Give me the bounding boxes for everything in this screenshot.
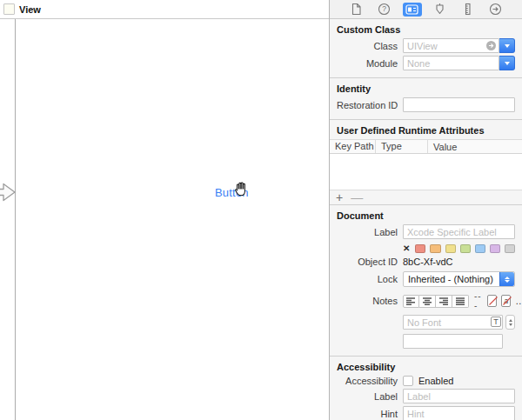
class-input[interactable] [403, 38, 499, 53]
xcode-interface-builder: View Button ? [0, 0, 522, 420]
storyboard-canvas[interactable]: View Button [0, 0, 329, 420]
object-id-value: 8bC-Xf-vdC [403, 257, 452, 267]
color-swatch[interactable] [475, 244, 485, 253]
document-header: Document [337, 210, 515, 221]
notes-text-input[interactable] [403, 334, 503, 349]
accessibility-hint-input[interactable] [403, 406, 515, 420]
runtime-attributes-table-header: Key Path Type Value [330, 139, 522, 154]
notes-label: Notes [337, 296, 398, 306]
identity-inspector-icon[interactable] [403, 3, 422, 17]
jump-to-class-icon[interactable] [486, 41, 496, 50]
accessibility-label-label: Label [337, 391, 398, 402]
identity-inspector-panel: ? Custom Class Class [329, 0, 522, 420]
custom-class-header: Custom Class [337, 24, 515, 35]
accessibility-enabled-checkbox[interactable] [403, 376, 413, 386]
view-title[interactable]: View [19, 4, 41, 15]
lock-popup-value: Inherited - (Nothing) [408, 274, 493, 284]
lock-label: Lock [337, 274, 398, 284]
align-justify-icon[interactable] [452, 295, 469, 308]
align-center-icon[interactable] [419, 295, 436, 308]
remove-attribute-button[interactable]: — [351, 191, 363, 203]
inspector-tab-bar: ? [330, 0, 522, 19]
class-label: Class [337, 41, 398, 51]
dashed-line-button[interactable]: --- [474, 291, 483, 310]
view-icon [3, 3, 15, 15]
font-size-stepper[interactable] [505, 315, 515, 330]
accessibility-label: Accessibility [337, 376, 398, 386]
color-swatch[interactable] [505, 244, 515, 253]
chevron-down-icon [505, 44, 510, 48]
document-label-input[interactable] [403, 224, 515, 239]
module-input[interactable] [403, 56, 499, 70]
open-hand-cursor-icon [231, 180, 250, 201]
runtime-attributes-section: User Defined Runtime Attributes Key Path… [330, 120, 522, 205]
restoration-id-label: Restoration ID [337, 100, 398, 110]
help-icon[interactable]: ? [375, 3, 394, 17]
label-color-swatches: ✕ [403, 243, 515, 253]
notes-alignment-segment [403, 295, 469, 308]
module-dropdown-button[interactable] [499, 56, 515, 70]
runtime-attributes-actions: + — [330, 190, 522, 204]
custom-class-section: Custom Class Class Module [330, 19, 522, 78]
accessibility-hint-label: Hint [337, 409, 398, 419]
size-inspector-icon[interactable] [458, 3, 478, 17]
identity-section: Identity Restoration ID [330, 78, 522, 120]
accessibility-header: Accessibility [337, 362, 515, 372]
no-text-color-button[interactable]: a [501, 295, 511, 307]
column-key-path[interactable]: Key Path [330, 140, 376, 153]
restoration-id-input[interactable] [403, 97, 515, 112]
chevron-down-icon [505, 62, 510, 65]
connections-inspector-icon[interactable] [486, 3, 505, 17]
column-value[interactable]: Value [428, 142, 522, 152]
document-section: Document Label ✕ Object ID 8bC-Xf-vdC Lo… [330, 205, 522, 357]
more-options-button[interactable]: … [515, 296, 522, 306]
column-type[interactable]: Type [376, 140, 428, 153]
color-swatch[interactable] [460, 244, 471, 253]
popup-arrows-icon [499, 272, 514, 286]
attributes-inspector-icon[interactable] [431, 3, 450, 17]
color-swatch[interactable] [430, 244, 440, 253]
runtime-attributes-table-body[interactable] [330, 154, 522, 190]
align-left-icon[interactable] [403, 295, 419, 308]
class-dropdown-button[interactable] [499, 38, 515, 53]
no-fill-color-button[interactable] [487, 295, 497, 307]
font-panel-icon[interactable]: T [491, 317, 501, 327]
file-icon[interactable] [347, 3, 366, 17]
runtime-attributes-header: User Defined Runtime Attributes [337, 125, 522, 136]
color-swatch[interactable] [415, 244, 425, 253]
svg-text:?: ? [382, 4, 386, 13]
font-input[interactable] [403, 315, 503, 330]
accessibility-section: Accessibility Accessibility Enabled Labe… [330, 357, 522, 420]
module-label: Module [337, 58, 398, 69]
color-swatch[interactable] [490, 244, 500, 253]
document-label-label: Label [337, 227, 398, 237]
align-right-icon[interactable] [436, 295, 452, 308]
add-attribute-button[interactable]: + [336, 191, 343, 203]
identity-header: Identity [337, 83, 515, 94]
accessibility-label-input[interactable] [403, 389, 515, 403]
enabled-label: Enabled [418, 376, 453, 386]
lock-popup[interactable]: Inherited - (Nothing) [403, 271, 515, 287]
view-titlebar[interactable]: View [0, 0, 329, 19]
clear-color-icon[interactable]: ✕ [403, 243, 410, 253]
view-left-edge [15, 19, 16, 420]
storyboard-entry-arrow-icon[interactable] [0, 178, 20, 208]
color-swatch[interactable] [445, 244, 456, 253]
object-id-label: Object ID [337, 257, 398, 267]
